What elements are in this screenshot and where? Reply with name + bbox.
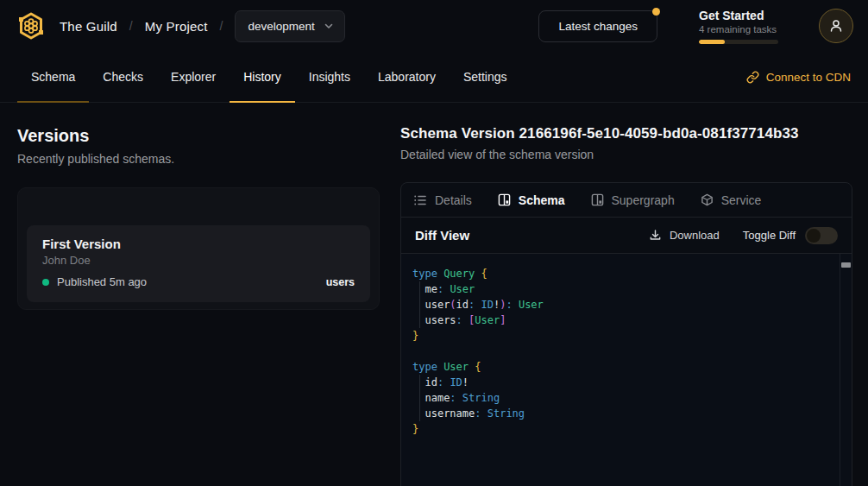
get-started-progress-fill	[699, 40, 725, 44]
version-detail-box: Details Schema Supergr	[400, 182, 852, 486]
list-icon	[413, 193, 427, 207]
toggle-diff-switch[interactable]	[805, 227, 838, 244]
detail-tab-supergraph[interactable]: Supergraph	[591, 193, 675, 207]
nav-tab-label: Laboratory	[378, 70, 436, 84]
nav-tab-schema[interactable]: Schema	[17, 52, 89, 102]
versions-card: First Version John Doe Published 5m ago …	[17, 187, 380, 310]
versions-title: Versions	[17, 126, 380, 146]
nav-tabs: Schema Checks Explorer History Insights …	[17, 52, 521, 102]
diff-view-header: Diff View Download Toggle Diff	[401, 218, 852, 254]
version-service-badge: users	[326, 276, 355, 288]
toggle-knob	[807, 229, 821, 243]
indent-guide	[419, 375, 420, 421]
nav-tab-label: History	[243, 70, 281, 84]
version-meta-row: Published 5m ago users	[42, 275, 355, 288]
nav-tab-settings[interactable]: Settings	[450, 52, 521, 102]
columns-icon	[591, 193, 604, 206]
nav-tab-explorer[interactable]: Explorer	[157, 52, 230, 102]
latest-changes-label: Latest changes	[558, 20, 638, 33]
version-status: Published 5m ago	[57, 275, 147, 288]
version-detail-panel: Schema Version 2166196f-5e10-4059-bd0a-0…	[397, 103, 868, 486]
versions-subtitle: Recently published schemas.	[17, 152, 380, 166]
detail-tab-label: Details	[435, 193, 472, 207]
target-selector-value: development	[248, 20, 314, 33]
get-started-widget[interactable]: Get Started 4 remaining tasks	[699, 9, 778, 44]
notification-dot	[652, 8, 660, 16]
get-started-subtitle: 4 remaining tasks	[699, 24, 778, 35]
nav-tab-label: Explorer	[171, 70, 216, 84]
header-actions: Latest changes Get Started 4 remaining t…	[538, 9, 853, 44]
detail-tab-schema[interactable]: Schema	[498, 193, 565, 207]
version-detail-subtitle: Detailed view of the schema version	[400, 148, 852, 161]
diff-view-title: Diff View	[415, 228, 469, 243]
version-author: John Doe	[42, 254, 355, 267]
nav-tab-history[interactable]: History	[230, 52, 295, 102]
nav-tab-label: Checks	[103, 70, 143, 84]
top-header: The Guild / My Project / development Lat…	[0, 0, 868, 52]
breadcrumb-separator: /	[129, 19, 133, 33]
breadcrumb-project[interactable]: My Project	[145, 19, 208, 34]
download-label: Download	[670, 229, 720, 242]
version-title: First Version	[42, 237, 355, 251]
cube-icon	[701, 193, 714, 206]
user-avatar-button[interactable]	[819, 9, 853, 43]
indent-guide	[419, 281, 420, 328]
nav-tab-label: Insights	[309, 70, 350, 84]
toggle-diff-label: Toggle Diff	[743, 229, 796, 242]
get-started-title: Get Started	[699, 9, 778, 22]
detail-tab-details[interactable]: Details	[413, 193, 472, 207]
breadcrumb: The Guild / My Project / development	[60, 10, 345, 42]
get-started-progress	[699, 40, 778, 44]
chevron-down-icon	[324, 21, 334, 31]
detail-tab-label: Supergraph	[612, 193, 675, 207]
person-icon	[828, 18, 844, 34]
detail-tab-label: Service	[721, 193, 762, 207]
schema-code-viewer: type Query { me: User user(id: ID!): Use…	[401, 254, 852, 486]
code-block: type Query { me: User user(id: ID!): Use…	[412, 266, 834, 437]
detail-tab-label: Schema	[519, 193, 565, 207]
download-button[interactable]: Download	[649, 229, 720, 242]
diff-actions: Download Toggle Diff	[649, 227, 838, 244]
nav-tab-label: Settings	[463, 70, 507, 84]
code-scrollbar[interactable]	[840, 254, 852, 486]
nav-tab-label: Schema	[31, 70, 75, 84]
target-selector[interactable]: development	[235, 10, 344, 42]
main-nav: Schema Checks Explorer History Insights …	[0, 52, 868, 103]
version-list-item[interactable]: First Version John Doe Published 5m ago …	[27, 225, 370, 302]
latest-changes-button[interactable]: Latest changes	[538, 10, 657, 42]
scrollbar-thumb[interactable]	[841, 262, 851, 268]
version-detail-title: Schema Version 2166196f-5e10-4059-bd0a-0…	[400, 125, 852, 142]
breadcrumb-org[interactable]: The Guild	[60, 19, 117, 34]
connect-to-cdn-button[interactable]: Connect to CDN	[746, 52, 851, 102]
download-icon	[649, 229, 662, 242]
connect-to-cdn-label: Connect to CDN	[766, 71, 851, 84]
breadcrumb-separator: /	[220, 19, 223, 33]
detail-tab-service[interactable]: Service	[701, 193, 762, 207]
hive-logo-icon[interactable]	[15, 9, 47, 42]
nav-tab-insights[interactable]: Insights	[295, 52, 364, 102]
columns-icon	[498, 193, 511, 206]
nav-tab-checks[interactable]: Checks	[89, 52, 157, 102]
link-icon	[746, 71, 759, 84]
versions-panel: Versions Recently published schemas. Fir…	[0, 103, 397, 486]
nav-tab-laboratory[interactable]: Laboratory	[364, 52, 450, 102]
main-content: Versions Recently published schemas. Fir…	[0, 103, 868, 486]
detail-tabs: Details Schema Supergr	[401, 183, 852, 218]
published-status-dot	[42, 279, 49, 286]
